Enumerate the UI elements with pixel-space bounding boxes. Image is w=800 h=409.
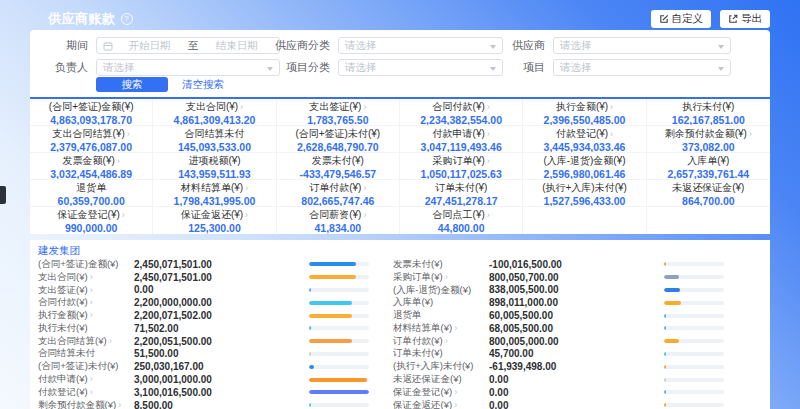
stat-card[interactable]: 付款申请(¥)›3,047,119,493.46 — [400, 126, 523, 153]
metric-row: 订单未付(¥)45,700.00 — [393, 348, 738, 361]
metric-label: 合同结算未付 — [38, 347, 134, 360]
metric-label: 发票未付(¥) — [393, 258, 489, 271]
stat-value: 373,082.00 — [647, 141, 770, 153]
metric-row: 执行金额(¥)›2,200,071,502.00 — [38, 309, 383, 322]
stat-label: 保证金返还(¥)› — [153, 209, 275, 221]
start-date-placeholder: 开始日期 — [113, 39, 186, 53]
metric-label[interactable]: 支出合同结算(¥)› — [38, 335, 134, 348]
metric-bar-fill — [664, 365, 666, 369]
group-col-right: 发票未付(¥)-100,016,500.00采购订单(¥)›800,050,70… — [393, 258, 738, 409]
chevron-right-icon: › — [445, 336, 448, 346]
stat-value: 60,359,700.00 — [30, 195, 152, 207]
stat-value: 4,863,093,178.70 — [30, 114, 152, 126]
metric-label-text: 付款申请(¥) — [38, 373, 88, 384]
filter-panel: 期间 开始日期 至 结束日期 供应商分类 请选择 供应商 请选择 负责人 请选择… — [30, 30, 770, 97]
stat-label-text: 支出合同(¥) — [186, 101, 238, 112]
metric-row: 订单付款(¥)›800,005,000.00 — [393, 335, 738, 348]
metric-bar-fill — [664, 390, 666, 394]
metric-label-text: 支出签证(¥) — [38, 284, 88, 295]
stat-card[interactable]: 保证金登记(¥)›990,000.00 — [30, 207, 153, 234]
side-drawer-handle[interactable] — [0, 186, 6, 204]
stat-card[interactable]: 材料结算单(¥)›1,798,431,995.00 — [153, 180, 276, 207]
metric-bar — [309, 288, 369, 292]
metric-label[interactable]: 付款申请(¥)› — [38, 373, 134, 386]
stat-card[interactable]: 订单付款(¥)›802,665,747.46 — [277, 180, 400, 207]
search-button[interactable]: 搜索 — [96, 77, 168, 92]
project-select[interactable]: 请选择 — [553, 59, 731, 76]
metric-label[interactable]: 付款登记(¥)› — [38, 386, 134, 399]
metric-label-text: 保证金返还(¥) — [393, 399, 452, 409]
metric-value: -100,016,500.00 — [489, 259, 664, 270]
metric-bar-fill — [664, 275, 679, 279]
customize-button[interactable]: 自定义 — [651, 10, 712, 28]
stat-card[interactable]: 采购订单(¥)›1,050,117,025.63 — [400, 153, 523, 180]
stat-label: 采购订单(¥)› — [400, 155, 522, 167]
period-daterange-input[interactable]: 开始日期 至 结束日期 — [96, 37, 280, 54]
stat-card[interactable]: 支出合同(¥)›4,861,309,413.20 — [153, 99, 276, 126]
clear-search-link[interactable]: 清空搜索 — [182, 77, 224, 92]
metric-value: 3,100,016,500.00 — [134, 387, 309, 398]
metric-label-text: 采购订单(¥) — [393, 271, 443, 282]
export-icon — [728, 14, 738, 24]
stat-value: 2,596,980,061.46 — [523, 168, 645, 180]
metric-label[interactable]: 执行金额(¥)› — [38, 309, 134, 322]
metric-label: 执行未付(¥) — [38, 322, 134, 335]
metric-bar-fill — [309, 339, 352, 343]
metric-bar-fill — [309, 301, 352, 305]
help-icon[interactable]: ? — [121, 13, 133, 25]
group-name-link[interactable]: 建发集团 — [38, 245, 80, 255]
metric-value: 0.00 — [489, 387, 664, 398]
owner-select[interactable]: 请选择 — [96, 59, 280, 76]
stat-card[interactable]: 发票金额(¥)›3,032,454,486.89 — [30, 153, 153, 180]
group-summary-panel: 建发集团 (合同+签证)金额(¥)2,450,071,501.00支出合同(¥)… — [30, 240, 770, 409]
metric-value: 0.00 — [134, 284, 309, 295]
metric-label[interactable]: 支出合同(¥)› — [38, 271, 134, 284]
metric-value: 60,005,500.00 — [489, 310, 664, 321]
metric-label[interactable]: 支出签证(¥)› — [38, 284, 134, 297]
metric-row: 支出签证(¥)›0.00 — [38, 284, 383, 297]
stat-label-text: 入库单(¥) — [687, 155, 729, 166]
customize-label: 自定义 — [672, 12, 704, 26]
metric-label[interactable]: 采购订单(¥)› — [393, 271, 489, 284]
metric-value: 51,500.00 — [134, 348, 309, 359]
stat-card[interactable]: 合同付款(¥)›2,234,382,554.00 — [400, 99, 523, 126]
supplier-category-label: 供应商分类 — [270, 37, 330, 54]
metric-bar-fill — [309, 326, 311, 330]
metric-label[interactable]: 订单付款(¥)› — [393, 335, 489, 348]
stat-card[interactable]: 执行金额(¥)›2,396,550,485.00 — [523, 99, 646, 126]
stat-value: 2,379,476,087.00 — [30, 141, 152, 153]
chevron-right-icon: › — [117, 156, 120, 166]
metric-label-text: 退货单 — [393, 309, 422, 320]
metric-row: 合同付款(¥)›2,200,000,000.00 — [38, 296, 383, 309]
owner-label: 负责人 — [46, 59, 88, 76]
stat-label: 发票金额(¥)› — [30, 155, 152, 167]
metric-label[interactable]: 保证金登记(¥)› — [393, 386, 489, 399]
chevron-right-icon: › — [454, 323, 457, 333]
metric-label[interactable]: 保证金返还(¥)› — [393, 399, 489, 409]
chevron-right-icon: › — [610, 102, 613, 112]
project-label: 项目 — [477, 59, 545, 76]
stat-card[interactable]: 剩余预付款金额(¥)›373,082.00 — [647, 126, 770, 153]
chevron-right-icon: › — [90, 297, 93, 307]
metric-label[interactable]: 合同付款(¥)› — [38, 296, 134, 309]
supplier-select[interactable]: 请选择 — [553, 37, 731, 54]
stat-card[interactable]: 付款登记(¥)›3,445,934,033.46 — [523, 126, 646, 153]
topbar: 供应商账款 ? 自定义 导出 — [48, 9, 770, 28]
stat-label-text: 合同点工(¥) — [433, 209, 485, 220]
metric-label-text: (执行+入库)未付(¥) — [393, 360, 474, 371]
chevron-right-icon: › — [363, 183, 366, 193]
stat-card[interactable]: 保证金返还(¥)›125,300.00 — [153, 207, 276, 234]
metric-bar — [309, 339, 369, 343]
stat-card[interactable]: 支出签证(¥)›1,783,765.50 — [277, 99, 400, 126]
stat-label-text: 材料结算单(¥) — [181, 182, 243, 193]
export-button[interactable]: 导出 — [720, 10, 770, 28]
metric-label[interactable]: 材料结算单(¥)› — [393, 322, 489, 335]
metric-value: 250,030,167.00 — [134, 361, 309, 372]
metric-label[interactable]: 剩余预付款金额(¥)› — [38, 399, 134, 409]
stat-card[interactable]: 合同点工(¥)›44,800.00 — [400, 207, 523, 234]
group-col-left: (合同+签证)金额(¥)2,450,071,501.00支出合同(¥)›2,45… — [38, 258, 383, 409]
chevron-right-icon: › — [363, 102, 366, 112]
metric-row: 付款登记(¥)›3,100,016,500.00 — [38, 386, 383, 399]
stat-card[interactable]: 支出合同结算(¥)›2,379,476,087.00 — [30, 126, 153, 153]
stat-card[interactable]: 合同薪资(¥)›41,834.00 — [277, 207, 400, 234]
